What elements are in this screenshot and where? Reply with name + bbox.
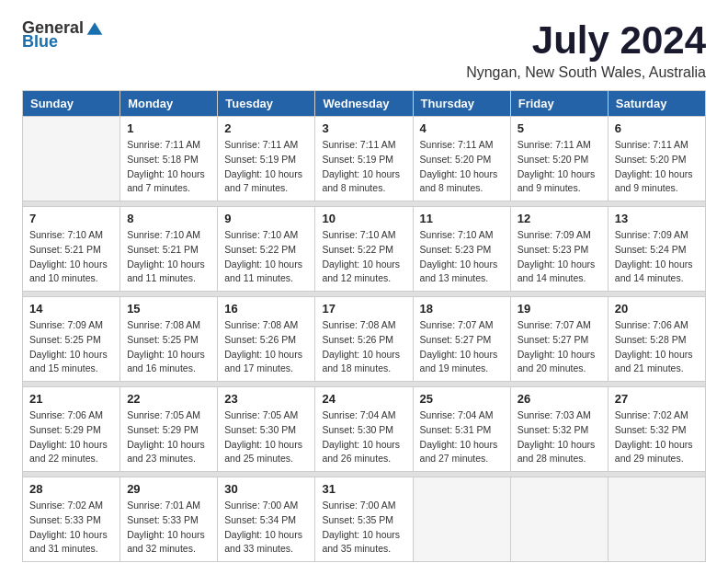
main-title: July 2024 bbox=[466, 18, 706, 63]
day-number: 29 bbox=[127, 482, 210, 496]
day-number: 19 bbox=[518, 302, 601, 316]
table-row: 25Sunrise: 7:04 AM Sunset: 5:31 PM Dayli… bbox=[413, 387, 510, 472]
header-thursday: Thursday bbox=[413, 91, 510, 117]
day-info: Sunrise: 7:11 AM Sunset: 5:20 PM Dayligh… bbox=[615, 138, 699, 196]
day-number: 3 bbox=[322, 121, 405, 135]
header-monday: Monday bbox=[120, 91, 218, 117]
table-row: 6Sunrise: 7:11 AM Sunset: 5:20 PM Daylig… bbox=[608, 117, 705, 201]
week-row: 1Sunrise: 7:11 AM Sunset: 5:18 PM Daylig… bbox=[23, 117, 706, 201]
header-sunday: Sunday bbox=[23, 91, 120, 117]
table-row: 1Sunrise: 7:11 AM Sunset: 5:18 PM Daylig… bbox=[120, 117, 218, 201]
table-row: 7Sunrise: 7:10 AM Sunset: 5:21 PM Daylig… bbox=[23, 207, 120, 292]
table-row: 19Sunrise: 7:07 AM Sunset: 5:27 PM Dayli… bbox=[510, 297, 608, 382]
day-info: Sunrise: 7:01 AM Sunset: 5:33 PM Dayligh… bbox=[127, 499, 210, 557]
table-row: 23Sunrise: 7:05 AM Sunset: 5:30 PM Dayli… bbox=[218, 387, 315, 472]
logo-blue: Blue bbox=[22, 32, 58, 52]
header-saturday: Saturday bbox=[608, 91, 705, 117]
day-info: Sunrise: 7:06 AM Sunset: 5:29 PM Dayligh… bbox=[29, 408, 113, 466]
header-tuesday: Tuesday bbox=[218, 91, 315, 117]
table-row: 13Sunrise: 7:09 AM Sunset: 5:24 PM Dayli… bbox=[608, 207, 705, 292]
day-info: Sunrise: 7:07 AM Sunset: 5:27 PM Dayligh… bbox=[518, 318, 601, 376]
day-number: 6 bbox=[615, 121, 699, 135]
day-number: 23 bbox=[224, 392, 308, 406]
day-info: Sunrise: 7:04 AM Sunset: 5:30 PM Dayligh… bbox=[322, 408, 405, 466]
svg-marker-0 bbox=[87, 22, 103, 34]
table-row: 24Sunrise: 7:04 AM Sunset: 5:30 PM Dayli… bbox=[315, 387, 413, 472]
day-number: 5 bbox=[518, 121, 601, 135]
calendar-table: Sunday Monday Tuesday Wednesday Thursday… bbox=[22, 90, 706, 562]
day-info: Sunrise: 7:00 AM Sunset: 5:34 PM Dayligh… bbox=[224, 499, 308, 557]
day-number: 2 bbox=[224, 121, 308, 135]
header-friday: Friday bbox=[510, 91, 608, 117]
day-info: Sunrise: 7:08 AM Sunset: 5:25 PM Dayligh… bbox=[127, 318, 210, 376]
day-info: Sunrise: 7:10 AM Sunset: 5:22 PM Dayligh… bbox=[322, 228, 405, 286]
table-row bbox=[23, 117, 120, 201]
day-info: Sunrise: 7:08 AM Sunset: 5:26 PM Dayligh… bbox=[224, 318, 308, 376]
table-row: 18Sunrise: 7:07 AM Sunset: 5:27 PM Dayli… bbox=[413, 297, 510, 382]
day-number: 1 bbox=[127, 121, 210, 135]
table-row: 4Sunrise: 7:11 AM Sunset: 5:20 PM Daylig… bbox=[413, 117, 510, 201]
day-number: 18 bbox=[420, 302, 504, 316]
title-area: July 2024 Nyngan, New South Wales, Austr… bbox=[466, 18, 706, 81]
day-info: Sunrise: 7:03 AM Sunset: 5:32 PM Dayligh… bbox=[518, 408, 601, 466]
header: General Blue July 2024 Nyngan, New South… bbox=[22, 18, 706, 81]
table-row: 12Sunrise: 7:09 AM Sunset: 5:23 PM Dayli… bbox=[510, 207, 608, 292]
day-number: 14 bbox=[29, 302, 113, 316]
day-info: Sunrise: 7:10 AM Sunset: 5:21 PM Dayligh… bbox=[127, 228, 210, 286]
day-info: Sunrise: 7:10 AM Sunset: 5:23 PM Dayligh… bbox=[420, 228, 504, 286]
day-info: Sunrise: 7:02 AM Sunset: 5:33 PM Dayligh… bbox=[29, 499, 113, 557]
day-info: Sunrise: 7:10 AM Sunset: 5:22 PM Dayligh… bbox=[224, 228, 308, 286]
table-row bbox=[413, 477, 510, 562]
day-info: Sunrise: 7:02 AM Sunset: 5:32 PM Dayligh… bbox=[615, 408, 699, 466]
day-info: Sunrise: 7:00 AM Sunset: 5:35 PM Dayligh… bbox=[322, 499, 405, 557]
day-number: 17 bbox=[322, 302, 405, 316]
day-number: 24 bbox=[322, 392, 405, 406]
day-info: Sunrise: 7:10 AM Sunset: 5:21 PM Dayligh… bbox=[29, 228, 113, 286]
logo-icon bbox=[85, 19, 104, 38]
table-row: 3Sunrise: 7:11 AM Sunset: 5:19 PM Daylig… bbox=[315, 117, 413, 201]
table-row: 20Sunrise: 7:06 AM Sunset: 5:28 PM Dayli… bbox=[608, 297, 705, 382]
table-row: 5Sunrise: 7:11 AM Sunset: 5:20 PM Daylig… bbox=[510, 117, 608, 201]
day-number: 30 bbox=[224, 482, 308, 496]
day-number: 7 bbox=[29, 212, 113, 225]
table-row: 31Sunrise: 7:00 AM Sunset: 5:35 PM Dayli… bbox=[315, 477, 413, 562]
day-number: 21 bbox=[29, 392, 113, 406]
day-info: Sunrise: 7:11 AM Sunset: 5:19 PM Dayligh… bbox=[224, 138, 308, 196]
day-info: Sunrise: 7:05 AM Sunset: 5:29 PM Dayligh… bbox=[127, 408, 210, 466]
day-info: Sunrise: 7:11 AM Sunset: 5:18 PM Dayligh… bbox=[127, 138, 210, 196]
day-number: 11 bbox=[420, 212, 504, 225]
table-row: 10Sunrise: 7:10 AM Sunset: 5:22 PM Dayli… bbox=[315, 207, 413, 292]
day-number: 15 bbox=[127, 302, 210, 316]
day-info: Sunrise: 7:05 AM Sunset: 5:30 PM Dayligh… bbox=[224, 408, 308, 466]
day-info: Sunrise: 7:06 AM Sunset: 5:28 PM Dayligh… bbox=[615, 318, 699, 376]
day-number: 27 bbox=[615, 392, 699, 406]
table-row: 21Sunrise: 7:06 AM Sunset: 5:29 PM Dayli… bbox=[23, 387, 120, 472]
day-number: 9 bbox=[224, 212, 308, 225]
week-row: 28Sunrise: 7:02 AM Sunset: 5:33 PM Dayli… bbox=[23, 477, 706, 562]
table-row: 15Sunrise: 7:08 AM Sunset: 5:25 PM Dayli… bbox=[120, 297, 218, 382]
table-row bbox=[608, 477, 705, 562]
header-wednesday: Wednesday bbox=[315, 91, 413, 117]
day-info: Sunrise: 7:09 AM Sunset: 5:23 PM Dayligh… bbox=[518, 228, 601, 286]
week-row: 14Sunrise: 7:09 AM Sunset: 5:25 PM Dayli… bbox=[23, 297, 706, 382]
week-row: 21Sunrise: 7:06 AM Sunset: 5:29 PM Dayli… bbox=[23, 387, 706, 472]
day-number: 26 bbox=[518, 392, 601, 406]
day-info: Sunrise: 7:09 AM Sunset: 5:25 PM Dayligh… bbox=[29, 318, 113, 376]
day-number: 13 bbox=[615, 212, 699, 225]
day-info: Sunrise: 7:11 AM Sunset: 5:19 PM Dayligh… bbox=[322, 138, 405, 196]
day-number: 10 bbox=[322, 212, 405, 225]
table-row: 11Sunrise: 7:10 AM Sunset: 5:23 PM Dayli… bbox=[413, 207, 510, 292]
table-row bbox=[510, 477, 608, 562]
table-row: 9Sunrise: 7:10 AM Sunset: 5:22 PM Daylig… bbox=[218, 207, 315, 292]
day-number: 4 bbox=[420, 121, 504, 135]
table-row: 29Sunrise: 7:01 AM Sunset: 5:33 PM Dayli… bbox=[120, 477, 218, 562]
table-row: 28Sunrise: 7:02 AM Sunset: 5:33 PM Dayli… bbox=[23, 477, 120, 562]
day-info: Sunrise: 7:04 AM Sunset: 5:31 PM Dayligh… bbox=[420, 408, 504, 466]
table-row: 30Sunrise: 7:00 AM Sunset: 5:34 PM Dayli… bbox=[218, 477, 315, 562]
day-number: 8 bbox=[127, 212, 210, 225]
day-number: 28 bbox=[29, 482, 113, 496]
day-number: 25 bbox=[420, 392, 504, 406]
day-number: 12 bbox=[518, 212, 601, 225]
day-number: 16 bbox=[224, 302, 308, 316]
calendar-header-row: Sunday Monday Tuesday Wednesday Thursday… bbox=[23, 91, 706, 117]
